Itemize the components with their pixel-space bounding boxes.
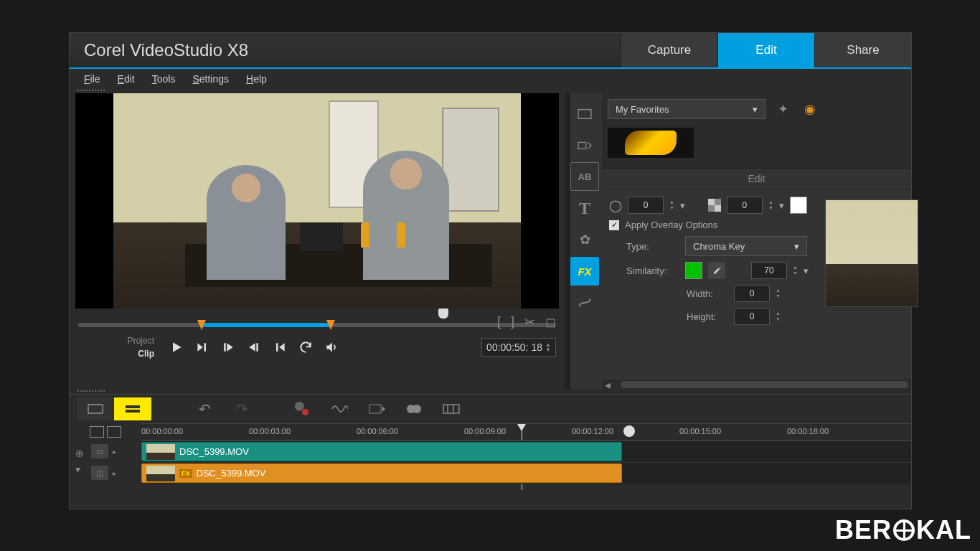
library-category-label: My Favorites: [616, 104, 669, 115]
menu-file[interactable]: File: [84, 73, 100, 85]
cut-icon[interactable]: ✂: [524, 314, 535, 330]
library-category-dropdown[interactable]: My Favorites ▾: [608, 99, 765, 119]
library-thumbnails: [602, 125, 911, 168]
clip-thumbnail: [146, 444, 175, 460]
height-label: Height:: [687, 311, 728, 322]
add-track-icon[interactable]: ⊕: [75, 448, 84, 459]
lib-tab-path[interactable]: [570, 288, 599, 317]
width-input[interactable]: [734, 285, 770, 302]
lib-tab-transition[interactable]: [570, 131, 599, 159]
height-input[interactable]: [734, 308, 770, 325]
ruler-head[interactable]: [70, 423, 141, 441]
menu-tools[interactable]: Tools: [152, 73, 176, 85]
step-tab-edit[interactable]: Edit: [717, 33, 814, 67]
scrub-flag-icon[interactable]: [438, 309, 448, 319]
opacity-spinner[interactable]: ▲▼: [768, 199, 773, 211]
mask-frame-icon[interactable]: ◯: [609, 199, 622, 212]
auto-music-button[interactable]: [362, 397, 391, 420]
lib-tab-fx[interactable]: FX: [570, 257, 599, 286]
edit-panel-toggle[interactable]: Edit: [602, 168, 911, 189]
storyboard-view-button[interactable]: [77, 397, 114, 420]
preview-video[interactable]: [75, 93, 559, 309]
overlay-type-dropdown[interactable]: Chroma Key ▾: [685, 236, 807, 256]
enlarge-icon[interactable]: ◻: [545, 314, 556, 330]
video-clip[interactable]: DSC_5399.MOV: [141, 442, 622, 461]
timeline-ruler[interactable]: 00:00:00:0000:00:03:0000:00:06:0000:00:0…: [141, 423, 911, 441]
transparency-icon[interactable]: [708, 199, 721, 212]
mark-in-icon[interactable]: [: [497, 314, 501, 330]
opacity-input[interactable]: [727, 197, 763, 214]
fx-thumbnail[interactable]: [608, 128, 694, 158]
height-spinner[interactable]: ▲▼: [776, 311, 781, 322]
lib-tab-title[interactable]: AB: [570, 162, 599, 191]
menu-settings[interactable]: Settings: [192, 73, 229, 85]
step-tab-share[interactable]: Share: [814, 33, 911, 67]
track-options-icon[interactable]: ▾: [75, 463, 84, 475]
prev-frame-button[interactable]: [217, 336, 239, 358]
overlay-clip-name: DSC_5399.MOV: [197, 468, 266, 479]
home-button[interactable]: [192, 336, 213, 358]
redo-button[interactable]: ↷: [227, 397, 256, 420]
overlay-track-content[interactable]: FX DSC_5399.MOV: [141, 462, 911, 484]
chapter-button[interactable]: [437, 397, 466, 420]
border-color-swatch[interactable]: [790, 197, 807, 214]
svg-rect-4: [126, 410, 140, 413]
svg-rect-2: [88, 405, 103, 413]
scrub-selection: [200, 323, 329, 327]
scrollbar-track[interactable]: [621, 381, 908, 388]
video-track-content[interactable]: DSC_5399.MOV: [141, 441, 911, 462]
volume-button[interactable]: [321, 336, 342, 358]
timecode-display[interactable]: 00:00:50: 18 ▲▼: [481, 338, 556, 357]
undo-button[interactable]: ↶: [190, 397, 219, 420]
repeat-button[interactable]: [295, 336, 316, 358]
similarity-spinner[interactable]: ▲▼: [793, 265, 798, 276]
step-tab-capture[interactable]: Capture: [621, 33, 717, 67]
lib-options-button[interactable]: ◉: [800, 99, 820, 119]
track-expand-icon[interactable]: ▸: [113, 469, 116, 477]
lib-tab-media[interactable]: [570, 99, 599, 128]
overlay-preview-thumb: [825, 199, 918, 307]
similarity-dropdown-icon[interactable]: ▾: [804, 265, 809, 276]
similarity-input[interactable]: [751, 262, 787, 279]
options-scrollbar[interactable]: ◂: [602, 380, 911, 390]
menu-bar: File Edit Tools Settings Help: [70, 69, 911, 89]
overlay-clip[interactable]: FX DSC_5399.MOV: [141, 463, 622, 483]
mark-out-icon[interactable]: ]: [511, 314, 514, 330]
track-manager-button[interactable]: [400, 397, 428, 420]
scrub-track[interactable]: [78, 323, 556, 327]
border-spinner[interactable]: ▲▼: [669, 199, 674, 211]
timecode-spinner[interactable]: ▲▼: [545, 342, 551, 352]
apply-overlay-checkbox[interactable]: ✓: [609, 220, 619, 230]
scrub-bar[interactable]: [ ] ✂ ◻: [75, 309, 559, 330]
svg-rect-3: [126, 405, 140, 408]
clip-thumbnail: [146, 466, 175, 481]
track-expand-icon[interactable]: ▸: [113, 448, 116, 456]
eyedropper-button[interactable]: [708, 262, 725, 279]
width-spinner[interactable]: ▲▼: [776, 288, 781, 299]
next-frame-button[interactable]: [243, 336, 265, 358]
chroma-color-swatch[interactable]: [685, 262, 702, 279]
toggle-cue-icon[interactable]: [107, 426, 121, 438]
scroll-left-icon[interactable]: ◂: [605, 378, 611, 392]
preview-mode-toggle[interactable]: Project Clip: [78, 334, 161, 360]
vertical-splitter[interactable]: [565, 93, 570, 390]
menu-help[interactable]: Help: [246, 73, 267, 85]
menu-edit[interactable]: Edit: [118, 73, 135, 85]
svg-rect-1: [578, 142, 586, 149]
opacity-dropdown-icon[interactable]: ▾: [779, 200, 784, 211]
toggle-chapter-icon[interactable]: [90, 426, 104, 438]
end-button[interactable]: [269, 336, 291, 358]
add-favorite-button[interactable]: ✦: [773, 99, 793, 119]
timeline-view-button[interactable]: [114, 397, 151, 420]
play-button[interactable]: [166, 336, 187, 358]
record-button[interactable]: [288, 397, 316, 420]
border-dropdown-icon[interactable]: ▾: [680, 200, 685, 211]
audio-mixer-button[interactable]: [325, 397, 354, 420]
border-input[interactable]: [628, 197, 664, 214]
scrub-tools: [ ] ✂ ◻: [497, 314, 556, 330]
attribute-options-panel: ◯ ▲▼ ▾ ▲▼ ▾ ✓ Apply Overlay Options: [602, 189, 911, 380]
timeline-toolbar: ↶ ↷: [70, 395, 911, 423]
lib-tab-graphic[interactable]: T: [570, 194, 599, 222]
timeline-marker[interactable]: [623, 425, 635, 437]
lib-tab-filter[interactable]: ✿: [570, 225, 599, 254]
